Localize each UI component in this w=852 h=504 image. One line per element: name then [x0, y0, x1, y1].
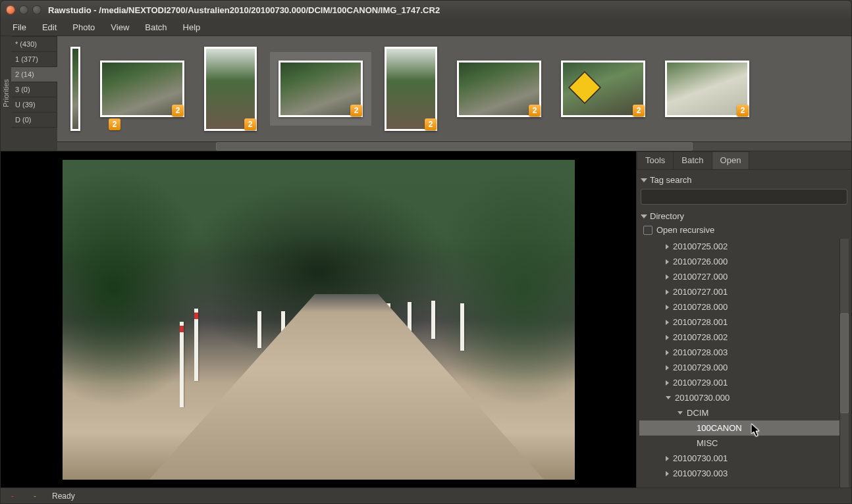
tree-row-label: 20100729.000 — [673, 363, 728, 372]
tree-row-label: 20100726.000 — [673, 257, 728, 266]
priority-badge: 2 — [529, 105, 541, 116]
tree-row[interactable]: DCIM — [639, 405, 839, 420]
menu-edit[interactable]: Edit — [36, 20, 63, 34]
tag-search-label: Tag search — [650, 175, 692, 185]
chevron-right-icon[interactable] — [666, 456, 669, 461]
tree-row[interactable]: 20100726.000 — [639, 254, 839, 269]
chevron-right-icon[interactable] — [666, 259, 669, 265]
thumbnail-0[interactable]: 2 — [70, 47, 80, 131]
directory-label: Directory — [650, 211, 684, 221]
tag-search-header[interactable]: Tag search — [639, 172, 849, 188]
tree-row[interactable]: 20100730.000 — [639, 390, 839, 405]
tree-row-label: 100CANON — [697, 423, 742, 433]
chevron-right-icon[interactable] — [666, 365, 669, 370]
tree-row-label: 20100728.000 — [673, 302, 728, 312]
priority-tab-4[interactable]: U (39) — [11, 97, 57, 113]
tree-row-label: 20100728.002 — [673, 332, 728, 342]
window-controls — [6, 5, 41, 14]
main-image — [63, 160, 575, 480]
priority-badge: 2 — [425, 118, 437, 130]
tree-row[interactable]: 20100728.000 — [639, 299, 839, 315]
tree-row-label: 20100730.000 — [675, 393, 730, 403]
side-tab-tools[interactable]: Tools — [637, 151, 674, 169]
priority-badge: 2 — [109, 118, 120, 130]
image-viewer[interactable] — [1, 151, 636, 488]
chevron-right-icon[interactable] — [666, 471, 669, 476]
menubar: File Edit Photo View Batch Help — [1, 19, 851, 36]
chevron-right-icon[interactable] — [666, 290, 669, 295]
menu-photo[interactable]: Photo — [66, 20, 101, 34]
thumbnail-6[interactable]: 2 — [561, 61, 645, 117]
tree-scrollbar-thumb[interactable] — [840, 313, 849, 413]
window-close-button[interactable] — [6, 5, 15, 14]
directory-tree[interactable]: 20100725.00220100726.00020100727.0002010… — [639, 239, 839, 488]
chevron-right-icon[interactable] — [666, 335, 669, 340]
chevron-down-icon — [641, 178, 647, 182]
thumbnail-strip[interactable]: 22222222 — [57, 36, 851, 141]
chevron-right-icon[interactable] — [666, 305, 669, 310]
chevron-down-icon — [641, 214, 647, 218]
thumbnail-1[interactable]: 2 — [100, 61, 184, 117]
thumbnail-2[interactable]: 2 — [204, 47, 257, 131]
status-bar: - - Ready — [1, 488, 851, 503]
tree-row[interactable]: 20100729.000 — [639, 360, 839, 375]
tree-scrollbar[interactable] — [839, 239, 849, 488]
status-indicator-2: - — [30, 491, 40, 501]
tree-row[interactable]: 20100730.001 — [639, 451, 839, 466]
directory-header[interactable]: Directory — [639, 209, 849, 224]
menu-file[interactable]: File — [6, 20, 33, 34]
side-tab-open[interactable]: Open — [712, 151, 750, 169]
open-recursive-checkbox[interactable] — [643, 226, 652, 235]
window-minimize-button[interactable] — [19, 5, 28, 14]
side-tab-batch[interactable]: Batch — [673, 151, 712, 169]
chevron-down-icon[interactable] — [678, 411, 683, 415]
thumbnail-4[interactable]: 2 — [385, 47, 437, 131]
tree-row-label: 20100729.001 — [673, 378, 728, 388]
priority-tab-5[interactable]: D (0) — [11, 112, 57, 128]
tree-row[interactable]: 20100730.003 — [639, 466, 839, 481]
tree-row[interactable]: MISC — [639, 436, 839, 451]
window-maximize-button[interactable] — [32, 5, 41, 14]
tag-search-input[interactable] — [641, 189, 847, 205]
thumbnail-5[interactable]: 2 — [457, 61, 541, 117]
tree-row[interactable]: 20100729.001 — [639, 375, 839, 390]
tree-row[interactable]: 20100728.002 — [639, 330, 839, 345]
tree-row[interactable]: 20100727.000 — [639, 269, 839, 284]
tree-row-label: DCIM — [687, 408, 708, 418]
priority-badge: 2 — [350, 105, 362, 116]
tree-row-label: 20100727.000 — [673, 272, 728, 282]
tree-row[interactable]: 20100728.001 — [639, 315, 839, 330]
tree-row-label: 20100730.003 — [673, 468, 728, 478]
menu-batch[interactable]: Batch — [138, 20, 173, 34]
status-text: Ready — [52, 491, 75, 501]
thumbnail-scrollbar-thumb[interactable] — [216, 142, 693, 151]
chevron-down-icon[interactable] — [666, 396, 671, 399]
chevron-right-icon[interactable] — [666, 244, 669, 249]
priority-tab-0[interactable]: * (430) — [11, 36, 57, 52]
menu-help[interactable]: Help — [176, 20, 207, 34]
chevron-right-icon[interactable] — [666, 380, 669, 386]
tree-row[interactable]: 20100727.001 — [639, 284, 839, 299]
tree-row[interactable]: 20100728.003 — [639, 345, 839, 360]
chevron-right-icon[interactable] — [666, 320, 669, 325]
priority-badge: 2 — [244, 118, 256, 130]
tree-row-label: 20100730.001 — [673, 453, 728, 463]
side-panel: ToolsBatchOpen Tag search Directory Open… — [636, 151, 851, 488]
priority-badge: 2 — [172, 105, 184, 116]
thumbnail-scrollbar[interactable] — [57, 141, 851, 151]
tree-row-label: 20100728.003 — [673, 347, 728, 357]
tree-row[interactable]: 20100725.002 — [639, 239, 839, 254]
thumbnail-3[interactable]: 2 — [270, 52, 371, 126]
open-recursive-label: Open recursive — [656, 225, 714, 235]
priority-tab-1[interactable]: 1 (377) — [11, 51, 57, 67]
chevron-right-icon[interactable] — [666, 350, 669, 355]
chevron-right-icon[interactable] — [666, 274, 669, 280]
titlebar: Rawstudio - /media/NEXTODI2700/Australie… — [1, 1, 851, 19]
tree-row-label: 20100728.001 — [673, 317, 728, 327]
priority-tab-3[interactable]: 3 (0) — [11, 82, 57, 97]
menu-view[interactable]: View — [104, 20, 136, 34]
thumbnail-7[interactable]: 2 — [665, 61, 749, 117]
window-title: Rawstudio - /media/NEXTODI2700/Australie… — [48, 5, 440, 15]
tree-row[interactable]: 100CANON — [639, 420, 839, 436]
priority-tab-2[interactable]: 2 (14) — [11, 66, 57, 82]
